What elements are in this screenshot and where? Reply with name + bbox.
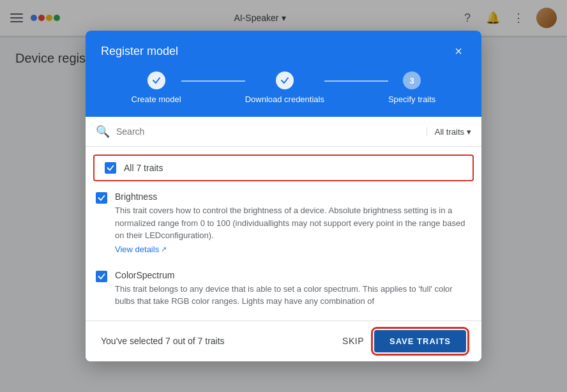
brightness-content: Brightness This trait covers how to cont… (115, 192, 471, 255)
trait-item-brightness: Brightness This trait covers how to cont… (86, 184, 481, 262)
selection-count: You've selected 7 out of 7 traits (101, 336, 225, 346)
brightness-name: Brightness (115, 192, 471, 202)
step-2: Download credentials (245, 72, 324, 104)
search-icon: 🔍 (96, 124, 110, 139)
modal-body: 🔍 All traits ▾ All 7 traits (86, 117, 481, 320)
footer-actions: SKIP SAVE TRAITS (342, 330, 466, 352)
colorspectrum-content: ColorSpectrum This trait belongs to any … (115, 270, 471, 308)
trait-item-colorspectrum: ColorSpectrum This trait belongs to any … (86, 262, 481, 315)
save-traits-button[interactable]: SAVE TRAITS (374, 330, 466, 352)
traits-list: All 7 traits Brightness This trait cover… (86, 147, 481, 320)
colorspectrum-name: ColorSpectrum (115, 270, 471, 280)
step-3-circle: 3 (403, 72, 421, 89)
modal-title: Register model (101, 45, 178, 58)
colorspectrum-checkbox[interactable] (96, 271, 107, 282)
step-3-label: Specify traits (388, 94, 435, 104)
step-2-circle (276, 72, 294, 89)
modal-header: Register model × Create model (86, 31, 481, 117)
modal-overlay: Register model × Create model (0, 0, 567, 392)
stepper: Create model Download credentials 3 (101, 72, 466, 117)
modal-title-row: Register model × (101, 43, 466, 59)
filter-arrow-icon: ▾ (467, 127, 471, 137)
step-3: 3 Specify traits (388, 72, 435, 104)
colorspectrum-desc: This trait belongs to any device that is… (115, 283, 471, 308)
close-button[interactable]: × (451, 43, 466, 59)
register-model-modal: Register model × Create model (86, 31, 481, 361)
brightness-view-details-link[interactable]: View details ↗ (115, 245, 167, 254)
filter-dropdown[interactable]: All traits ▾ (427, 127, 471, 137)
step-connector-1 (181, 80, 245, 82)
step-connector-2 (324, 80, 388, 82)
step-2-label: Download credentials (245, 94, 324, 104)
step-1-label: Create model (132, 94, 181, 104)
skip-button[interactable]: SKIP (342, 336, 364, 346)
brightness-checkbox[interactable] (96, 192, 107, 204)
all-traits-row[interactable]: All 7 traits (93, 155, 474, 181)
search-bar: 🔍 All traits ▾ (86, 117, 481, 147)
step-1-circle (147, 72, 165, 89)
external-link-icon: ↗ (161, 245, 167, 253)
step-1: Create model (132, 72, 181, 104)
filter-label: All traits (435, 127, 464, 137)
brightness-desc: This trait covers how to control the bri… (115, 204, 471, 242)
search-input[interactable] (116, 126, 420, 137)
all-traits-label: All 7 traits (124, 163, 163, 173)
all-traits-checkbox[interactable] (105, 162, 116, 174)
modal-footer: You've selected 7 out of 7 traits SKIP S… (86, 320, 481, 361)
